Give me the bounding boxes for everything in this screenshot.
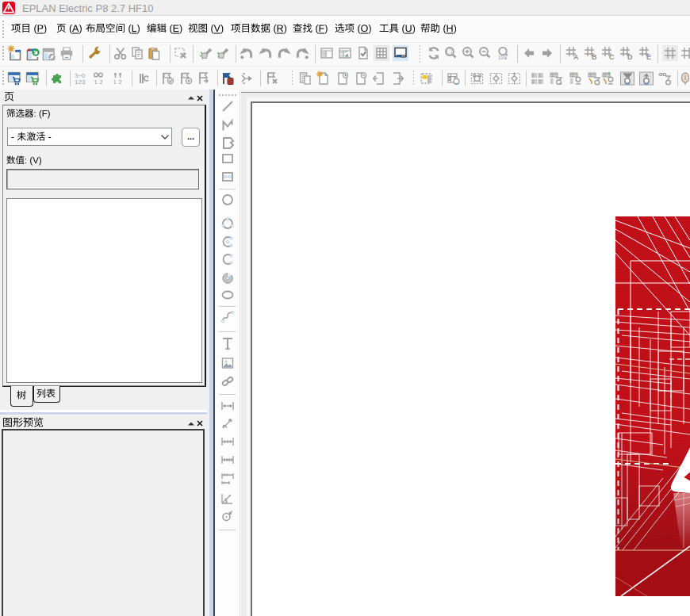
svg-text:1 2: 1 2 xyxy=(94,78,104,86)
svg-text:A: A xyxy=(573,53,579,61)
svg-text:B: B xyxy=(592,53,597,61)
svg-text:E: E xyxy=(646,53,651,61)
svg-text:D: D xyxy=(627,53,633,61)
svg-text:1 2: 1 2 xyxy=(113,78,123,86)
svg-text:C: C xyxy=(609,53,615,61)
svg-text:123: 123 xyxy=(75,78,86,86)
